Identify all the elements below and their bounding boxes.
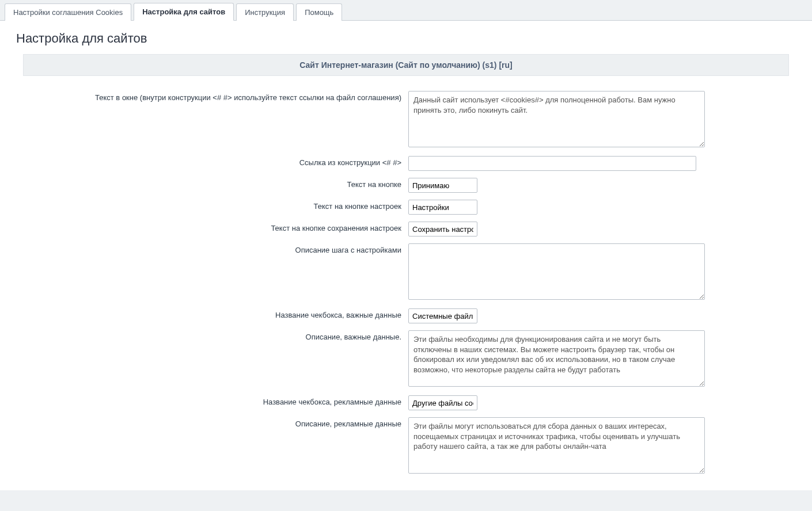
content-panel: Настройка для сайтов Сайт Интернет-магаз…	[0, 21, 812, 490]
input-button-text[interactable]	[408, 178, 477, 193]
label-window-text: Текст в окне (внутри конструкции <# #> и…	[12, 87, 406, 152]
input-important-description[interactable]	[408, 330, 705, 387]
label-link-construct: Ссылка из конструкции <# #>	[12, 152, 406, 174]
label-settings-button-text: Текст на кнопке настроек	[12, 196, 406, 218]
tabs-bar: Настройки соглашения Cookies Настройка д…	[0, 0, 812, 21]
label-important-description: Описание, важные данные.	[12, 327, 406, 392]
tab-help[interactable]: Помощь	[296, 3, 342, 21]
form-wrapper: Сайт Интернет-магазин (Сайт по умолчанию…	[0, 54, 812, 490]
label-button-text: Текст на кнопке	[12, 174, 406, 196]
label-step-description: Описание шага с настройками	[12, 240, 406, 305]
page-title: Настройка для сайтов	[0, 21, 812, 54]
tab-site-settings[interactable]: Настройка для сайтов	[134, 3, 234, 21]
label-important-checkbox-name: Название чекбокса, важные данные	[12, 305, 406, 327]
input-link-construct[interactable]	[408, 156, 696, 171]
label-ad-checkbox-name: Название чекбокса, рекламные данные	[12, 392, 406, 414]
settings-form-table: Текст в окне (внутри конструкции <# #> и…	[12, 87, 800, 479]
label-save-settings-button-text: Текст на кнопке сохранения настроек	[12, 218, 406, 240]
input-ad-description[interactable]	[408, 417, 705, 474]
input-settings-button-text[interactable]	[408, 200, 477, 215]
input-save-settings-button-text[interactable]	[408, 222, 477, 237]
label-ad-description: Описание, рекламные данные	[12, 414, 406, 479]
input-important-checkbox-name[interactable]	[408, 308, 477, 323]
input-ad-checkbox-name[interactable]	[408, 395, 477, 410]
input-window-text[interactable]	[408, 91, 705, 147]
input-step-description[interactable]	[408, 243, 705, 300]
tab-instruction[interactable]: Инструкция	[236, 3, 294, 21]
tab-cookies-agreement-settings[interactable]: Настройки соглашения Cookies	[5, 3, 131, 21]
section-header: Сайт Интернет-магазин (Сайт по умолчанию…	[23, 54, 789, 76]
